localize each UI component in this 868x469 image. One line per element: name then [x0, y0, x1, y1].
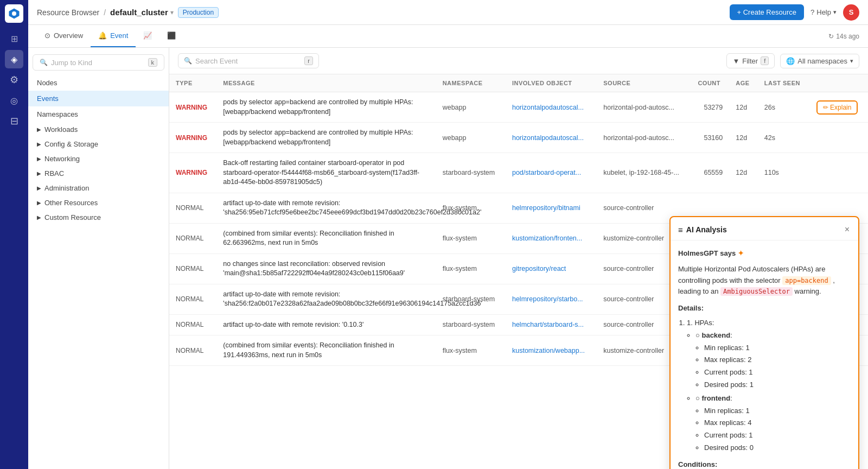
sidebar-group-config-storage-label: Config & Storage — [44, 140, 98, 148]
env-badge[interactable]: Production — [178, 7, 219, 18]
sidebar-group-administration[interactable]: ▶ Administration — [28, 181, 169, 195]
search-placeholder: Search Event — [195, 57, 238, 65]
search-event-input[interactable]: 🔍 Search Event r — [178, 53, 319, 68]
col-involved-object: INVOLVED OBJECT — [506, 74, 597, 92]
user-avatar[interactable]: S — [843, 4, 859, 21]
row-message: no changes since last reconcilation: obs… — [216, 253, 436, 284]
sidebar-item-nodes-label: Nodes — [37, 79, 58, 87]
sidebar-group-rbac[interactable]: ▶ RBAC — [28, 166, 169, 181]
row-involved-object[interactable]: horizontalpodautoscal... — [506, 123, 597, 153]
table-row: WARNING pods by selector app=backend are… — [169, 92, 868, 123]
backend-desired-pods: Desired pods: 1 — [704, 379, 851, 391]
namespace-label: All namespaces — [797, 57, 847, 65]
custom-resource-chevron-icon: ▶ — [37, 214, 41, 220]
svg-point-1 — [12, 11, 16, 16]
row-namespace: webapp — [436, 92, 506, 123]
tag-ambiguous-selector: AmbiguousSelector — [720, 287, 793, 296]
help-circle-icon: ? — [810, 8, 814, 16]
search-kbd: r — [304, 56, 313, 65]
conditions-heading: Conditions: — [678, 459, 851, 469]
jump-kbd: k — [148, 58, 158, 67]
tab-overview[interactable]: ⊙ Overview — [37, 25, 91, 47]
nav-icon-resources[interactable]: ◈ — [5, 50, 23, 68]
analysis-text: Multiple Horizontal Pod Autoscalers (HPA… — [678, 264, 851, 297]
ai-panel-body: HolmesGPT says ✦ Multiple Horizontal Pod… — [671, 240, 858, 469]
header: Resource Browser / default_cluster ▾ Pro… — [28, 0, 868, 25]
sidebar-group-networking[interactable]: ▶ Networking — [28, 151, 169, 166]
row-actions — [810, 153, 868, 193]
sidebar-group-administration-label: Administration — [44, 184, 89, 192]
row-last-seen: 26s — [758, 92, 810, 123]
create-resource-button[interactable]: + Create Resource — [730, 4, 804, 20]
cluster-dropdown[interactable]: default_cluster ▾ — [110, 8, 174, 17]
sidebar-item-events[interactable]: Events — [28, 91, 169, 106]
row-involved-object[interactable]: pod/starboard-operat... — [506, 153, 597, 193]
nav-icon-layers[interactable]: ⊟ — [5, 112, 23, 130]
holmesgpt-label: HolmesGPT says — [678, 248, 736, 259]
chart-icon: 📈 — [143, 31, 152, 40]
row-type: WARNING — [169, 123, 216, 153]
col-last-seen: LAST SEEN — [758, 74, 810, 92]
help-chevron-icon: ▾ — [833, 9, 837, 16]
row-involved-object[interactable]: kustomization/webapp... — [506, 335, 597, 366]
sidebar-group-custom-resource-label: Custom Resource — [44, 213, 101, 221]
row-involved-object[interactable]: helmchart/starboard-s... — [506, 314, 597, 335]
row-involved-object[interactable]: kustomization/fronten... — [506, 223, 597, 253]
frontend-current-pods: Current pods: 1 — [704, 430, 851, 441]
explain-button[interactable]: ✏ Explain — [816, 100, 858, 115]
frontend-details: Min replicas: 1 Max replicas: 4 Current … — [695, 405, 851, 454]
ending-text: warning. — [795, 287, 821, 295]
nav-icon-monitoring[interactable]: ◎ — [5, 91, 23, 110]
jump-to-kind-input[interactable]: 🔍 Jump to Kind k — [33, 54, 164, 71]
row-involved-object[interactable]: helmrepository/bitnami — [506, 193, 597, 223]
row-type: NORMAL — [169, 193, 216, 223]
tab-chart[interactable]: 📈 — [136, 25, 159, 47]
ai-panel-header: ≡ AI Analysis × — [671, 217, 858, 240]
row-age: 12d — [729, 92, 758, 123]
row-namespace: starboard-system — [436, 153, 506, 193]
frontend-label: frontend — [701, 394, 730, 402]
left-sidebar: 🔍 Jump to Kind k Nodes Events Namespaces… — [28, 48, 169, 469]
row-involved-object[interactable]: gitrepository/react — [506, 253, 597, 284]
namespace-dropdown[interactable]: 🌐 All namespaces ▾ — [780, 54, 859, 68]
search-icon: 🔍 — [40, 59, 48, 66]
cluster-chevron-icon: ▾ — [170, 9, 174, 16]
sidebar-group-other-resources[interactable]: ▶ Other Resources — [28, 195, 169, 210]
other-resources-chevron-icon: ▶ — [37, 200, 41, 206]
rbac-chevron-icon: ▶ — [37, 170, 41, 176]
help-button[interactable]: ? Help ▾ — [810, 8, 837, 16]
config-storage-chevron-icon: ▶ — [37, 141, 41, 147]
tab-terminal[interactable]: ⬛ — [159, 25, 183, 47]
hpa-list: 1. HPAs: ○ backend: Min replicas: 1 Max … — [678, 318, 851, 454]
table-header-row: TYPE MESSAGE NAMESPACE INVOLVED OBJECT S… — [169, 74, 868, 92]
frontend-max-replicas: Max replicas: 4 — [704, 417, 851, 429]
row-source: horizontal-pod-autosc... — [597, 123, 691, 153]
sidebar-item-nodes[interactable]: Nodes — [28, 75, 169, 91]
row-namespace: flux-system — [436, 223, 506, 253]
row-involved-object[interactable]: horizontalpodautoscal... — [506, 92, 597, 123]
sidebar-group-config-storage[interactable]: ▶ Config & Storage — [28, 137, 169, 151]
nav-icon-settings[interactable]: ⚙ — [5, 71, 23, 89]
holmesgpt-says-header: HolmesGPT says ✦ — [678, 248, 851, 259]
col-age: AGE — [729, 74, 758, 92]
row-namespace: starboard-system — [436, 314, 506, 335]
filter-button[interactable]: ▼ Filter f — [726, 53, 775, 68]
sidebar-group-workloads[interactable]: ▶ Workloads — [28, 122, 169, 137]
nav-icon-dashboard[interactable]: ⊞ — [5, 29, 23, 48]
tab-bar: ⊙ Overview 🔔 Event 📈 ⬛ ↻ 14s ago — [28, 25, 868, 48]
search-box-icon: 🔍 — [184, 57, 192, 65]
frontend-min-replicas: Min replicas: 1 — [704, 405, 851, 417]
row-message: artifact up-to-date with remote revision… — [216, 314, 436, 335]
row-message: artifact up-to-date with remote revision… — [216, 193, 436, 223]
row-last-seen: 110s — [758, 153, 810, 193]
tabs-container: ⊙ Overview 🔔 Event 📈 ⬛ — [37, 25, 183, 47]
sidebar-item-namespaces[interactable]: Namespaces — [28, 106, 169, 122]
sidebar-group-custom-resource[interactable]: ▶ Custom Resource — [28, 210, 169, 225]
tab-event[interactable]: 🔔 Event — [91, 25, 136, 47]
col-source: SOURCE — [597, 74, 691, 92]
row-message: pods by selector app=backend are control… — [216, 92, 436, 123]
sidebar-group-other-resources-label: Other Resources — [44, 199, 98, 207]
row-involved-object[interactable]: helmrepository/starbo... — [506, 284, 597, 314]
ai-panel-close-button[interactable]: × — [844, 224, 851, 236]
col-type: TYPE — [169, 74, 216, 92]
